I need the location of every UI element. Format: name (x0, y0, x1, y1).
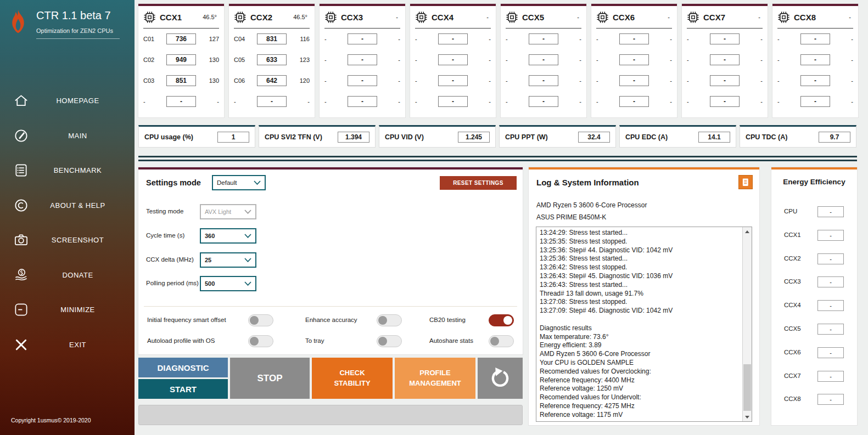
sidebar-item-donate[interactable]: DONATE (0, 258, 135, 293)
energy-value-field: - (817, 230, 844, 241)
core-frequency-field[interactable]: 736 (166, 33, 196, 44)
core-frequency-field[interactable]: - (166, 96, 196, 107)
log-line: Reference frequency: 4400 MHz (540, 376, 740, 385)
ccx-core-row: --- (143, 91, 219, 112)
ccx-panel-ccx3: CCX3------------- (320, 4, 405, 117)
toggle-initial-frequency-smart-offset[interactable] (248, 314, 273, 326)
core-value: - (838, 98, 853, 105)
core-frequency-field[interactable]: - (800, 96, 830, 107)
toggle-to-tray[interactable] (377, 335, 402, 347)
core-label: - (777, 57, 793, 63)
core-frequency-field[interactable]: - (800, 54, 830, 65)
energy-value-field: - (817, 371, 844, 382)
ccx-core-row: --- (324, 91, 400, 112)
scrollbar[interactable] (742, 227, 752, 421)
ccx-core-row: C04831116 (234, 29, 310, 49)
sidebar-item-exit[interactable]: EXIT (0, 327, 135, 363)
core-frequency-field[interactable]: 642 (257, 75, 287, 86)
sidebar-item-screenshot[interactable]: SCREENSHOT (0, 223, 135, 258)
stat-cpu-usage: CPU usage (%)1 (138, 125, 255, 148)
core-value: 127 (204, 36, 219, 42)
toggle-enhance-accuracy[interactable] (377, 314, 402, 326)
energy-value-field: - (817, 347, 844, 358)
energy-label: CCX7 (784, 372, 801, 379)
dropdown-value: 25 (205, 257, 211, 263)
core-frequency-field[interactable]: - (619, 54, 649, 65)
refresh-button[interactable] (478, 358, 523, 399)
cycle-time-s-dropdown[interactable]: 360 (200, 228, 256, 244)
log-line: Your CPU is GOLDEN SAMPLE (540, 359, 740, 368)
core-value: 116 (294, 36, 310, 42)
sidebar-item-about-help[interactable]: ABOUT & HELP (0, 188, 135, 223)
core-frequency-field[interactable]: - (529, 54, 558, 65)
reset-settings-button[interactable]: RESET SETTINGS (440, 176, 517, 190)
log-lines: 13:24:29: Stress test started...13:25:35… (540, 229, 740, 420)
log-panel: Log & System Information AMD Ryzen 5 360… (529, 167, 759, 425)
sidebar-item-benchmark[interactable]: BENCHMARK (0, 153, 135, 188)
exit-icon (14, 337, 29, 352)
core-frequency-field[interactable]: 831 (257, 33, 287, 44)
core-frequency-field[interactable]: 949 (166, 54, 196, 65)
start-button[interactable]: START (138, 379, 228, 399)
testing-mode-dropdown[interactable]: AVX Light (200, 204, 256, 219)
diagnostic-button[interactable]: DIAGNOSTIC (138, 358, 228, 377)
core-frequency-field[interactable]: - (529, 96, 558, 107)
core-frequency-field[interactable]: - (438, 96, 468, 107)
core-frequency-field[interactable]: - (619, 96, 649, 107)
core-frequency-field[interactable]: - (710, 96, 740, 107)
core-frequency-field[interactable]: - (800, 33, 830, 44)
core-frequency-field[interactable]: - (619, 33, 649, 44)
core-frequency-field[interactable]: 633 (257, 54, 287, 65)
stat-cpu-vid-v: CPU VID (V)1.245 (379, 125, 496, 148)
sidebar-item-main[interactable]: MAIN (0, 118, 135, 154)
log-output[interactable]: 13:24:29: Stress test started...13:25:35… (536, 227, 752, 422)
profile-management-button[interactable]: PROFILE MANAGEMENT (395, 358, 475, 399)
core-frequency-field[interactable]: - (257, 96, 287, 107)
sidebar-item-label: MAIN (29, 132, 135, 140)
core-frequency-field[interactable]: - (710, 33, 740, 44)
ccx-core-row: C01736127 (143, 29, 219, 49)
core-frequency-field[interactable]: - (348, 54, 377, 65)
settings-mode-dropdown[interactable]: Default (212, 175, 266, 190)
sidebar-item-minimize[interactable]: MINIMIZE (0, 292, 135, 327)
core-frequency-field[interactable]: - (348, 33, 377, 44)
stat-cpu-ppt-w: CPU PPT (W)32.4 (499, 125, 616, 148)
core-frequency-field[interactable]: 851 (166, 75, 196, 86)
core-label: - (415, 57, 430, 63)
ccx-delta-mhz-dropdown[interactable]: 25 (200, 252, 256, 268)
stat-label: CPU VID (V) (385, 133, 424, 141)
toggle-autoload-profile-with-os[interactable] (248, 335, 273, 347)
core-frequency-field[interactable]: - (438, 54, 468, 65)
check-stability-button[interactable]: CHECK STABILITY (312, 358, 393, 399)
toggle-autoshare-stats[interactable] (489, 335, 514, 347)
core-value: - (566, 77, 581, 84)
ccx-core-row: --- (687, 29, 763, 49)
core-frequency-field[interactable]: - (438, 75, 468, 86)
ccx-core-row: --- (596, 70, 672, 91)
core-frequency-field[interactable]: - (529, 33, 558, 44)
ccx-temperature: - (668, 14, 670, 20)
ccx-core-row: --- (596, 49, 672, 70)
core-frequency-field[interactable]: - (619, 75, 649, 86)
ccx-delta-mhz-label: CCX delta (MHz) (146, 256, 194, 263)
stop-button[interactable]: STOP (230, 358, 310, 399)
core-frequency-field[interactable]: - (710, 54, 740, 65)
scroll-up-arrow[interactable] (743, 227, 752, 236)
core-frequency-field[interactable]: - (710, 75, 740, 86)
core-frequency-field[interactable]: - (438, 33, 468, 44)
core-frequency-field[interactable]: - (348, 75, 377, 86)
sidebar-item-homepage[interactable]: HOMEPAGE (0, 83, 135, 118)
core-frequency-field[interactable]: - (348, 96, 377, 107)
core-frequency-field[interactable]: - (529, 75, 558, 86)
energy-row-ccx7: CCX7- (771, 371, 857, 382)
scroll-down-arrow[interactable] (743, 413, 752, 421)
core-value: - (747, 36, 763, 42)
export-log-button[interactable] (738, 175, 753, 189)
energy-row-ccx5: CCX5- (771, 324, 857, 335)
toggle-knob (250, 337, 259, 346)
toggle-cb20-testing[interactable] (489, 314, 514, 326)
core-frequency-field[interactable]: - (800, 75, 830, 86)
log-line: 13:26:42: Stress test stopped. (540, 263, 740, 272)
scroll-thumb[interactable] (743, 364, 751, 411)
polling-period-ms-dropdown[interactable]: 500 (200, 276, 256, 291)
